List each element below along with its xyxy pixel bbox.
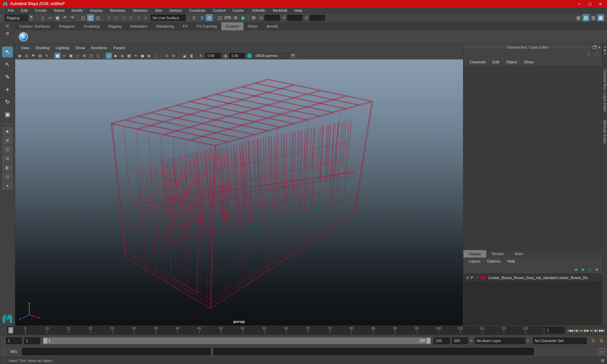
colorspace-dropdown[interactable]: sRGB gamma [253,53,296,59]
viewport-canvas[interactable]: y z x persp [15,59,463,326]
shelf-tab-arnold[interactable]: Arnold [262,22,282,30]
layer-display-type-box[interactable] [475,275,479,280]
motion-blur-icon[interactable]: ◌ [153,53,159,59]
layer-playback-toggle[interactable]: P [470,276,474,280]
output-connections-icon[interactable]: ⊐ [198,14,205,21]
shelf-tab-custom[interactable]: Custom [221,22,243,30]
help-grip[interactable] [3,358,6,363]
persp-graph-layout-icon[interactable]: ⊟ [2,155,12,162]
safe-title-icon[interactable]: ◻ [95,53,101,59]
panels-menu-item[interactable]: Panels [110,46,128,50]
x-coord-input[interactable] [264,15,280,21]
close-panel-icon[interactable]: × [598,45,601,50]
grease-pencil-icon[interactable]: ✎ [44,53,50,59]
menubar-grip[interactable] [1,8,4,12]
constrain-menu-item[interactable]: Constrain [186,8,209,12]
script-editor-icon[interactable]: {;} [598,348,605,354]
move-layer-up-icon[interactable]: ◆ [575,267,577,272]
more-layouts-icon[interactable]: ▾ [2,182,12,190]
help-menu-item[interactable]: Help [291,8,306,12]
step-back-key-button[interactable]: |◀ [579,329,582,332]
menuset-dropdown[interactable]: Rigging [4,14,34,21]
shelf-tab-sculpting[interactable]: Sculpting [79,22,104,30]
go-to-end-button[interactable]: ▶▶| [599,329,604,332]
isolate-select-icon[interactable]: ⊙ [164,53,170,59]
animation-end-field[interactable]: 200 [452,337,468,344]
new-scene-icon[interactable]: ▯ [39,14,46,21]
symmetry-icon[interactable]: ⊞ [250,14,257,21]
deform-menu-item[interactable]: Deform [166,8,185,12]
attribute-editor-icon[interactable]: ▤ [582,14,589,21]
render-view-icon[interactable]: ● [239,14,247,21]
layer-tab-display[interactable]: Display [463,250,486,257]
new-layer-from-selected-icon[interactable]: ◆ [596,267,598,272]
live-surface-field[interactable]: No Live Surface [151,14,186,21]
renderer-menu-item[interactable]: Renderer [88,46,110,50]
rotate-tool-icon[interactable]: ↻ [2,96,13,107]
shadows-icon[interactable]: ● [139,53,146,59]
persp-outliner-layout-icon[interactable]: ◫ [2,146,12,153]
render-settings-icon[interactable]: ⚙ [232,14,239,21]
windows-menu-item[interactable]: Windows [106,8,129,12]
shelf-tab-fx[interactable]: FX [178,22,192,30]
grid-icon[interactable]: ▦ [54,53,61,59]
close-button[interactable]: × [596,2,604,6]
select-tool-icon[interactable]: ↖ [2,47,13,57]
file-menu-item[interactable]: File [4,8,18,12]
select-menu-item[interactable]: Select [50,8,68,12]
chevron-down-icon[interactable] [470,340,473,343]
modify-menu-item[interactable]: Modify [68,8,86,12]
tool-settings-icon[interactable]: ▥ [590,14,597,21]
current-frame-marker[interactable]: 1 [8,327,13,333]
y-coord-input[interactable] [287,15,302,21]
current-time-field[interactable]: 1 [545,327,565,334]
shelf-tab-fx-caching[interactable]: FX Caching [192,22,221,30]
lasso-tool-icon[interactable]: ↖ [2,59,13,70]
show-menu-item[interactable]: Show [72,46,88,50]
gear-icon[interactable]: ⚙ [5,31,9,36]
shelf-tab-polygons[interactable]: Polygons [54,22,79,30]
drag-handle[interactable] [551,46,590,48]
construction-history-icon[interactable]: ◷ [206,14,213,21]
make-live-icon[interactable]: ∩ [142,14,149,21]
edit-menu-item[interactable]: Edit [18,8,31,12]
gate-mask-icon[interactable]: ▢ [75,53,81,59]
paint-select-tool-icon[interactable]: ✎ [2,71,13,82]
camera-icon[interactable]: ◉ [17,53,23,59]
snap-grid-icon[interactable]: ∩ [105,14,112,21]
popout-icon[interactable] [592,46,596,49]
plugin-pane-icon[interactable]: ◪ [181,53,187,59]
snap-projected-center-icon[interactable]: ∩ [127,14,135,21]
step-forward-frame-button[interactable]: ▶| [595,329,598,332]
step-back-frame-button[interactable]: |◀ [574,329,577,332]
control-menu-item[interactable]: Control [209,8,229,12]
input-connections-icon[interactable]: ⊏ [191,14,198,21]
redo-icon[interactable]: ↷ [69,14,76,21]
command-language-label[interactable]: MEL [9,350,19,354]
scroll-down-icon[interactable] [604,53,606,56]
drag-handle[interactable] [465,46,504,48]
channels-menu-item[interactable]: Channels [466,60,489,64]
safe-action-icon[interactable]: ◫ [88,53,94,59]
grid-toggle-icon[interactable]: ⊞ [601,358,604,363]
color-managed-toggle-icon[interactable] [247,53,252,58]
range-grip[interactable] [2,336,5,345]
edit-menu-item[interactable]: Edit [489,60,503,64]
chevron-down-icon[interactable] [527,340,529,343]
side-tab-channel-box-layer-editor[interactable]: Channel Box / Layer Editor [603,66,607,116]
plugin-overlay-icon[interactable]: ◨ [188,53,194,59]
z-coord-input[interactable] [310,15,325,21]
speed-state-icon[interactable] [595,52,599,57]
display-menu-item[interactable]: Display [87,8,106,12]
resolution-gate-icon[interactable]: ▣ [68,53,74,59]
range-start-handle[interactable] [44,338,47,343]
bookmark-icon[interactable]: ⚑ [30,53,36,59]
command-feedback[interactable] [213,348,534,355]
layer-tab-render[interactable]: Render [486,250,509,257]
exposure-field[interactable]: 0.00 [205,53,221,58]
layer-tab-anim[interactable]: Anim [509,250,528,257]
move-layer-down-icon[interactable]: ◆ [582,267,584,272]
lighting-menu-item[interactable]: Lighting [53,46,72,50]
save-scene-icon[interactable]: ▣ [54,14,61,21]
layer-visibility-toggle[interactable]: V [465,276,470,280]
